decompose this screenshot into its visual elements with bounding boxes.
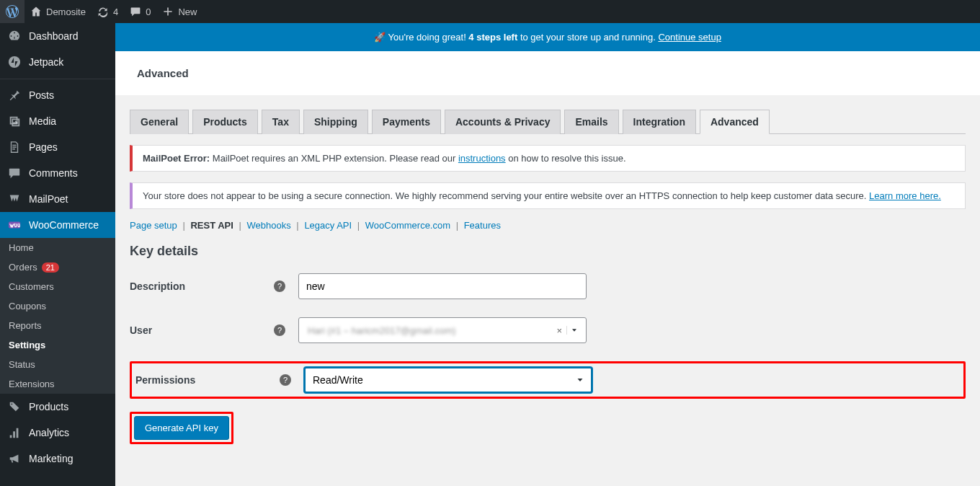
dashboard-icon (7, 29, 22, 43)
sub-item-status[interactable]: Status (0, 355, 115, 374)
subnav-webhooks[interactable]: Webhooks (247, 220, 291, 231)
jetpack-icon (7, 55, 22, 69)
sidebar-item-jetpack[interactable]: Jetpack (0, 49, 115, 75)
subnav-features[interactable]: Features (464, 220, 501, 231)
plus-icon (162, 6, 174, 17)
mailpoet-error-notice: MailPoet Error: MailPoet requires an XML… (130, 145, 966, 172)
orders-badge: 21 (42, 262, 59, 273)
continue-setup-link[interactable]: Continue setup (658, 32, 721, 43)
subnav-wc-com[interactable]: WooCommerce.com (365, 220, 450, 231)
sub-item-home[interactable]: Home (0, 238, 115, 257)
sidebar-label: Dashboard (29, 30, 79, 42)
tab-payments[interactable]: Payments (372, 110, 441, 134)
generate-api-key-button[interactable]: Generate API key (134, 416, 229, 440)
sidebar-item-comments[interactable]: Comments (0, 160, 115, 186)
permissions-row: Permissions ? Read/Write (130, 361, 966, 399)
page-title: Advanced (137, 67, 189, 79)
help-icon[interactable]: ? (274, 280, 285, 292)
tab-advanced[interactable]: Advanced (700, 110, 770, 134)
sub-item-orders[interactable]: Orders21 (0, 257, 115, 277)
clear-icon[interactable]: × (552, 325, 566, 336)
page-header: Advanced (115, 51, 980, 95)
sub-item-reports[interactable]: Reports (0, 316, 115, 335)
comments-count: 0 (146, 6, 151, 17)
sidebar-item-posts[interactable]: Posts (0, 82, 115, 108)
sidebar-item-dashboard[interactable]: Dashboard (0, 23, 115, 49)
https-notice: Your store does not appear to be using a… (130, 182, 966, 209)
comment-icon (130, 6, 141, 17)
svg-point-0 (9, 56, 20, 68)
user-select[interactable]: Hari (#1 – haricm2017@gmail.com) × (298, 317, 587, 343)
sidebar-item-mailpoet[interactable]: MailPoet (0, 186, 115, 212)
sidebar-item-pages[interactable]: Pages (0, 134, 115, 160)
setup-banner: 🚀 You're doing great! 4 steps left to ge… (115, 23, 980, 51)
section-title: Key details (130, 244, 966, 259)
description-row: Description ? (130, 273, 966, 299)
media-icon (7, 114, 22, 128)
sidebar-label: Pages (29, 141, 58, 153)
sub-item-extensions[interactable]: Extensions (0, 374, 115, 394)
admin-sidebar: Dashboard Jetpack Posts Media Pages Comm… (0, 23, 115, 486)
chevron-down-icon[interactable] (566, 326, 582, 335)
tab-tax[interactable]: Tax (262, 110, 300, 134)
sidebar-label: Jetpack (29, 56, 63, 68)
help-icon[interactable]: ? (280, 374, 291, 386)
admin-bar: Demosite 4 0 New (0, 0, 980, 23)
settings-tabs: General Products Tax Shipping Payments A… (130, 110, 966, 134)
tab-accounts[interactable]: Accounts & Privacy (445, 110, 561, 134)
wordpress-icon (6, 5, 19, 18)
help-icon[interactable]: ? (274, 324, 285, 336)
sub-item-settings[interactable]: Settings (0, 335, 115, 355)
tab-integration[interactable]: Integration (623, 110, 696, 134)
description-label: Description (130, 280, 274, 292)
tab-emails[interactable]: Emails (564, 110, 618, 134)
sidebar-item-products[interactable]: Products (0, 394, 115, 420)
updates-link[interactable]: 4 (92, 0, 124, 23)
site-name-text: Demosite (46, 6, 86, 17)
products-icon (7, 399, 22, 414)
wp-logo[interactable] (0, 0, 24, 23)
generate-button-highlight: Generate API key (130, 412, 233, 444)
sub-item-coupons[interactable]: Coupons (0, 296, 115, 316)
permissions-label: Permissions (135, 374, 280, 386)
instructions-link[interactable]: instructions (458, 153, 506, 164)
sidebar-label: Products (29, 401, 68, 412)
tab-shipping[interactable]: Shipping (303, 110, 368, 134)
home-icon (30, 6, 42, 17)
pages-icon (7, 140, 22, 154)
sidebar-item-woocommerce[interactable]: WooCommerce (0, 212, 115, 238)
analytics-icon (7, 425, 22, 440)
marketing-icon (7, 451, 22, 466)
woocommerce-icon (7, 218, 22, 232)
sub-item-customers[interactable]: Customers (0, 277, 115, 296)
comments-icon (7, 166, 22, 180)
sidebar-label: Comments (29, 167, 78, 179)
sidebar-item-analytics[interactable]: Analytics (0, 420, 115, 446)
advanced-subnav: Page setup | REST API | Webhooks | Legac… (130, 220, 966, 231)
sidebar-label: Posts (29, 89, 54, 101)
user-label: User (130, 324, 274, 336)
woocommerce-submenu: Home Orders21 Customers Coupons Reports … (0, 238, 115, 394)
new-content-link[interactable]: New (156, 0, 202, 23)
sidebar-label: MailPoet (29, 193, 68, 205)
sidebar-label: WooCommerce (29, 219, 99, 231)
sidebar-label: Marketing (29, 453, 73, 464)
subnav-page-setup[interactable]: Page setup (130, 220, 177, 231)
updates-count: 4 (113, 6, 118, 17)
sidebar-label: Analytics (29, 427, 69, 438)
subnav-legacy-api[interactable]: Legacy API (304, 220, 352, 231)
new-label: New (178, 6, 197, 17)
sidebar-label: Media (29, 115, 56, 127)
comments-link[interactable]: 0 (124, 0, 156, 23)
permissions-select[interactable]: Read/Write (304, 367, 592, 393)
sidebar-item-marketing[interactable]: Marketing (0, 446, 115, 472)
mailpoet-icon (7, 192, 22, 206)
tab-general[interactable]: General (130, 110, 189, 134)
learn-more-link[interactable]: Learn more here. (869, 190, 941, 201)
site-name-link[interactable]: Demosite (24, 0, 92, 23)
user-select-value: Hari (#1 – haricm2017@gmail.com) (303, 325, 552, 336)
description-input[interactable] (298, 273, 587, 299)
tab-products[interactable]: Products (192, 110, 258, 134)
sidebar-item-media[interactable]: Media (0, 108, 115, 134)
subnav-rest-api[interactable]: REST API (190, 220, 233, 231)
